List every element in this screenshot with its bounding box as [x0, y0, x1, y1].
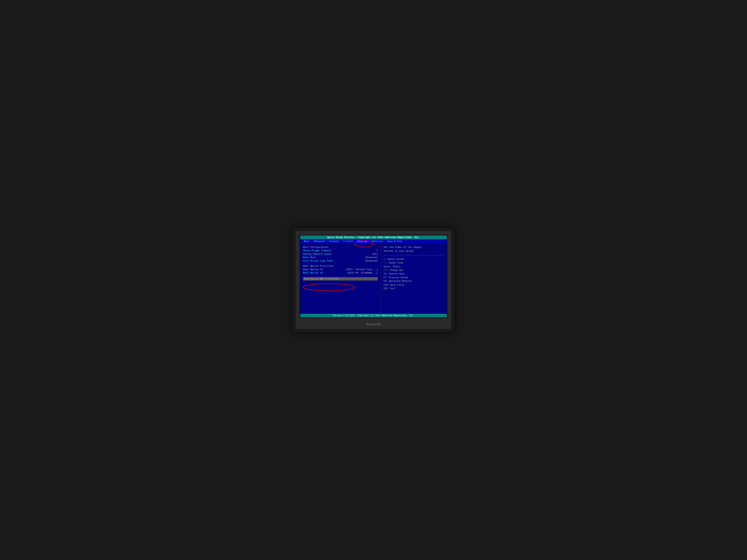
boot-config-label: Boot Configuration	[303, 245, 378, 249]
numlock-label: Bootup NumLock State	[303, 253, 331, 256]
key-select-screen: ⇔: Select Screen	[384, 258, 444, 261]
menu-save-exit[interactable]: Save & Exit	[385, 240, 405, 243]
title-text: Aptio Setup Utility - Copyright (C) 2011…	[327, 236, 420, 239]
boot-option1-value: [UEFI: Teclast Cool...]	[345, 268, 378, 271]
numlock-row[interactable]: Bootup NumLock State [On]	[303, 252, 378, 256]
bios-container: Aptio Setup Utility - Copyright (C) 2011…	[300, 236, 447, 317]
setup-prompt-row[interactable]: Setup Prompt Timeout 1	[303, 249, 378, 252]
menu-chipset[interactable]: Chipset	[327, 240, 341, 243]
key-enter: Enter: Select	[384, 265, 444, 268]
menu-startup[interactable]: Startup	[355, 240, 369, 243]
boot-option2-row[interactable]: Boot Option #2 [SATA PM: ST1000DM...]	[303, 271, 378, 275]
key-f7: F7: Previous Values	[384, 276, 444, 279]
logo-show-value: [Enabled]	[365, 260, 378, 262]
key-select-item: ↑↓: Select Item	[384, 261, 444, 265]
boot-menu-value: [Enabled]	[365, 256, 378, 259]
setup-prompt-value: 1	[377, 249, 378, 252]
menu-bar[interactable]: Main Advanced Chipset C.Clock Startup Se…	[300, 239, 447, 243]
hard-drive-bbs-item[interactable]: Hard Drive BBS Priorities	[303, 277, 378, 281]
key-f1: F1: General Help	[384, 272, 444, 276]
bios-screen: Aptio Setup Utility - Copyright (C) 2011…	[300, 235, 447, 318]
key-f9: F9: Optimized Defaults	[384, 279, 444, 283]
key-esc: ESC: Exit	[384, 287, 444, 290]
monitor-outer: Aptio Setup Utility - Copyright (C) 2011…	[293, 228, 454, 332]
menu-main[interactable]: Main	[302, 240, 312, 243]
menu-advanced[interactable]: Advanced	[312, 240, 327, 243]
menu-security[interactable]: Security	[369, 240, 385, 243]
boot-option2-value: [SATA PM: ST1000DM...]	[347, 272, 378, 274]
right-panel: Set the order of the legacydevices in th…	[381, 243, 447, 314]
key-change-opt: +/-: Change Opt.	[384, 268, 444, 272]
bottom-bar: Version 2.13.1216. Copyright (C) 2011 Am…	[300, 314, 447, 317]
boot-option1-label: Boot Option #1	[303, 268, 323, 271]
boot-menu-label: Boot Menu	[303, 256, 316, 259]
monitor-brand: Skyworth	[366, 323, 381, 326]
boot-menu-row[interactable]: Boot Menu [Enabled]	[303, 256, 378, 259]
boot-option2-label: Boot Option #2	[303, 272, 323, 274]
key-help: ⇔: Select Screen ↑↓: Select Item Enter: …	[384, 258, 444, 291]
menu-cclock[interactable]: C.Clock	[341, 240, 355, 243]
main-area: Boot Configuration Setup Prompt Timeout …	[300, 243, 447, 314]
left-panel: Boot Configuration Setup Prompt Timeout …	[300, 243, 381, 314]
numlock-value: [On]	[372, 253, 378, 256]
hard-drive-bbs-label: Hard Drive BBS Priorities	[304, 277, 339, 280]
bottom-bar-text: Version 2.13.1216. Copyright (C) 2011 Am…	[333, 314, 414, 317]
help-text: Set the order of the legacydevices in th…	[384, 245, 444, 253]
boot-option-priorities-label: Boot Option Priorities	[303, 264, 378, 268]
setup-prompt-label: Setup Prompt Timeout	[303, 249, 331, 252]
panel-divider	[384, 255, 444, 256]
logo-show-label: Full Screen Logo Show	[303, 260, 333, 262]
logo-show-row[interactable]: Full Screen Logo Show [Enabled]	[303, 259, 378, 263]
boot-option1-row[interactable]: Boot Option #1 [UEFI: Teclast Cool...]	[303, 268, 378, 271]
key-f10: F10: Save & Exit	[384, 283, 444, 287]
title-bar: Aptio Setup Utility - Copyright (C) 2011…	[300, 236, 447, 239]
